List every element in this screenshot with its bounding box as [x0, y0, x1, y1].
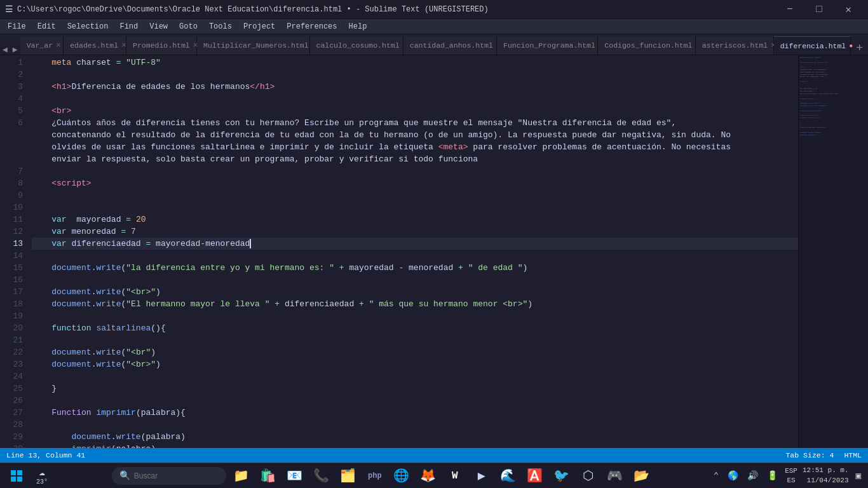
taskbar-app-game[interactable]: 🎮	[604, 464, 627, 487]
code-line-1: meta charset = "UTF-8"	[32, 57, 798, 69]
code-line-28	[32, 419, 798, 431]
code-line-13: var diferenciaedad = mayoredad-menoredad	[32, 238, 798, 250]
code-line-7	[32, 165, 798, 177]
code-line-3: <h1>Diferencia de edades de los hermanos…	[32, 81, 798, 93]
svg-rect-1	[17, 470, 22, 475]
svg-rect-2	[11, 477, 16, 482]
status-syntax[interactable]: HTML	[844, 451, 862, 459]
taskbar-app-folder2[interactable]: 📂	[630, 464, 653, 487]
code-line-6a: ¿Cuántos años de diferencia tienes con t…	[32, 117, 798, 129]
tabs-add[interactable]: +	[851, 42, 868, 55]
tab-close-edades[interactable]: ×	[121, 41, 126, 50]
code-line-6d: enviar la respuesta, solo basta crear un…	[32, 153, 798, 165]
language-indicator[interactable]: ESP ES	[785, 466, 797, 485]
close-button[interactable]: ✕	[834, 0, 863, 19]
taskbar-app-social[interactable]: 🐦	[550, 464, 573, 487]
tray-network[interactable]: 🌎	[726, 469, 740, 482]
weather-temp: ☁ 23°	[36, 466, 48, 485]
taskbar-app-browser[interactable]: 🌐	[390, 464, 413, 487]
taskbar-app-files[interactable]: 🗂️	[337, 464, 360, 487]
menu-edit[interactable]: Edit	[32, 21, 61, 32]
tab-funcion[interactable]: Funcion_Programa.html ×	[497, 36, 598, 55]
taskbar-app-phone[interactable]: 📞	[310, 464, 333, 487]
code-line-22: document.write("<br")	[32, 346, 798, 358]
search-input[interactable]	[134, 471, 210, 480]
menu-tools[interactable]: Tools	[204, 21, 237, 32]
search-bar[interactable]: 🔍	[112, 467, 226, 485]
taskbar-left: ☁ 23°	[5, 464, 53, 487]
tab-calculo[interactable]: calculo_cosumo.html ×	[310, 36, 403, 55]
status-line-col[interactable]: Line 13, Column 41	[6, 451, 85, 459]
taskbar-app-sublime[interactable]: ⬡	[577, 464, 600, 487]
code-line-8: <script>	[32, 177, 798, 189]
tray-chevron[interactable]: ⌃	[712, 469, 721, 482]
tabs-bar: ◀ ▶ Var_ar × edades.html × Promedio.html…	[0, 34, 868, 55]
taskbar-app-amazon[interactable]: 🅰️	[524, 464, 546, 487]
svg-rect-3	[17, 477, 22, 482]
taskbar-app-mail[interactable]: 📧	[283, 464, 306, 487]
code-line-6b: concatenando el resultado de la diferenc…	[32, 129, 798, 141]
code-line-30: imprimir(palabra)	[32, 443, 798, 448]
code-line-12: var menoredad = 7	[32, 226, 798, 238]
taskbar-app-wiki[interactable]: W	[444, 464, 466, 487]
taskbar-center: 🔍 📁 🛍️ 📧 📞 🗂️ php 🌐 🦊 W ▶️ 🌊 🅰️ 🐦 ⬡ 🎮 📂	[112, 464, 653, 487]
taskbar-app-php[interactable]: php	[363, 464, 386, 487]
code-line-24	[32, 370, 798, 383]
tab-close-var-ar[interactable]: ×	[56, 41, 61, 50]
tab-edades[interactable]: edades.html ×	[64, 36, 126, 55]
windows-start-button[interactable]	[5, 464, 28, 487]
menu-preferences[interactable]: Preferences	[281, 21, 342, 32]
tab-multiplicar[interactable]: Multiplicar_Numeros.html ×	[197, 36, 310, 55]
clock[interactable]: 12:51 p. m. 11/04/2023	[803, 466, 849, 485]
code-area[interactable]: meta charset = "UTF-8" <h1>Diferencia de…	[27, 55, 798, 448]
tabs-prev[interactable]: ◀	[0, 44, 10, 55]
code-line-5: <br>	[32, 105, 798, 117]
minimap: meta charset = "UTF-8" <h1>Diferencia de…	[798, 55, 868, 448]
code-line-16	[32, 274, 798, 286]
menu-project[interactable]: Project	[238, 21, 280, 32]
status-right: Tab Size: 4 HTML	[785, 451, 862, 459]
menu-bar: File Edit Selection Find View Goto Tools…	[0, 19, 868, 34]
weather-widget[interactable]: ☁ 23°	[31, 464, 53, 487]
code-line-9	[32, 189, 798, 201]
code-line-20: function saltarlinea(){	[32, 322, 798, 334]
code-line-17: document.write("<br>")	[32, 286, 798, 298]
code-line-15: document.write("la diferencia entre yo y…	[32, 262, 798, 274]
maximize-button[interactable]: □	[804, 0, 834, 19]
tab-promedio[interactable]: Promedio.html ×	[126, 36, 197, 55]
tab-asteriscos[interactable]: asteriscos.html ×	[696, 36, 774, 55]
taskbar-app-firefox[interactable]: 🦊	[417, 464, 440, 487]
menu-selection[interactable]: Selection	[62, 21, 114, 32]
svg-rect-0	[11, 470, 16, 475]
taskbar-app-edge[interactable]: 🌊	[497, 464, 520, 487]
taskbar-app-explorer[interactable]: 📁	[230, 464, 253, 487]
status-left: Line 13, Column 41	[6, 451, 85, 459]
minimize-button[interactable]: −	[775, 0, 804, 19]
code-line-21	[32, 334, 798, 346]
tabs-next[interactable]: ▶	[10, 44, 20, 55]
clock-time: 12:51 p. m.	[803, 466, 849, 475]
menu-find[interactable]: Find	[114, 21, 143, 32]
tab-codigos[interactable]: Codigos_funcion.html ×	[598, 36, 695, 55]
taskbar: ☁ 23° 🔍 📁 🛍️ 📧 📞 🗂️ php 🌐 🦊 W ▶️ 🌊 🅰️ 🐦 …	[0, 463, 868, 488]
minimap-content: meta charset = "UTF-8" <h1>Diferencia de…	[799, 55, 868, 448]
status-tab-size[interactable]: Tab Size: 4	[785, 451, 834, 459]
menu-help[interactable]: Help	[344, 21, 372, 32]
editor-container: 1 2 3 4 5 6 7 8 9 10 11 12 13 14 15 16 1…	[0, 55, 868, 448]
taskbar-app-store[interactable]: 🛍️	[257, 464, 280, 487]
status-bar: Line 13, Column 41 Tab Size: 4 HTML	[0, 448, 868, 463]
menu-view[interactable]: View	[144, 21, 173, 32]
tray-volume[interactable]: 🔊	[745, 469, 760, 482]
menu-file[interactable]: File	[3, 21, 31, 32]
tray-battery[interactable]: 🔋	[765, 469, 780, 482]
title-bar-controls: − □ ✕	[775, 0, 863, 19]
tab-diferencia[interactable]: diferencia.html ●	[774, 36, 851, 55]
code-line-6c: olvides de usar las funciones saltarLine…	[32, 141, 798, 153]
code-line-2	[32, 69, 798, 81]
notification-icon[interactable]: ▣	[854, 469, 863, 482]
tab-cantidad[interactable]: cantidad_anhos.html ×	[403, 36, 497, 55]
tab-var-ar[interactable]: Var_ar ×	[20, 36, 64, 55]
taskbar-app-youtube[interactable]: ▶️	[470, 464, 493, 487]
code-line-23: document.write("<br>")	[32, 358, 798, 370]
menu-goto[interactable]: Goto	[174, 21, 203, 32]
